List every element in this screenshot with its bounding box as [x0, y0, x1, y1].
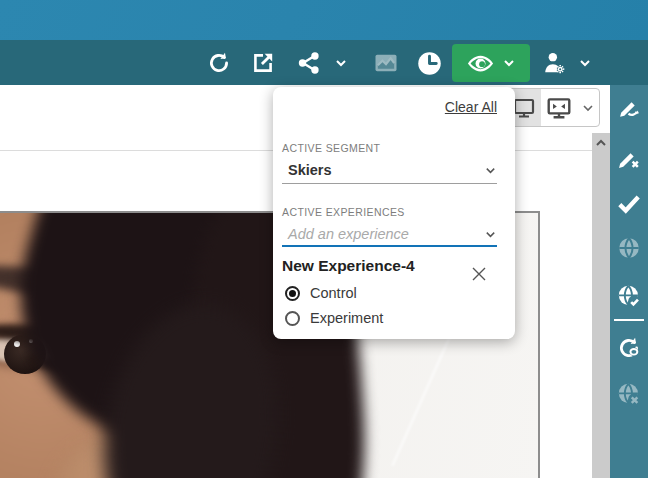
audience-chevron-down-icon[interactable]: [576, 54, 594, 72]
segment-underline: [282, 183, 497, 184]
segment-value: Skiers: [282, 162, 332, 178]
globe-x-icon: [610, 379, 648, 409]
preview-chevron-down-icon: [502, 56, 516, 70]
globe-check-icon[interactable]: [610, 281, 648, 311]
active-experiences-label: ACTIVE EXPERIENCES: [282, 206, 405, 218]
open-external-icon[interactable]: [248, 48, 278, 78]
segment-chevron-down-icon: [484, 164, 497, 177]
vertical-scrollbar[interactable]: [592, 133, 610, 478]
monitor-fit-width-icon[interactable]: [541, 89, 576, 126]
radio-option-experiment[interactable]: Experiment: [285, 309, 383, 327]
browser-top-bar: [0, 0, 648, 40]
share-icon[interactable]: [294, 48, 324, 78]
scroll-up-icon[interactable]: [592, 133, 610, 153]
preview-settings-panel: Clear All ACTIVE SEGMENT Skiers ACTIVE E…: [273, 87, 515, 339]
segment-select[interactable]: Skiers: [282, 159, 497, 181]
experience-select[interactable]: Add an experience: [282, 223, 497, 245]
clear-all-link[interactable]: Clear All: [445, 99, 497, 115]
sidebar-divider: [614, 319, 644, 321]
edit-remove-icon[interactable]: [610, 143, 648, 173]
share-chevron-down-icon[interactable]: [332, 54, 350, 72]
device-selector: [505, 88, 600, 127]
experience-name: New Experience-4: [282, 257, 415, 275]
edit-swoosh-icon[interactable]: [610, 93, 648, 123]
editor-sidebar: [610, 85, 648, 478]
app-window: Clear All ACTIVE SEGMENT Skiers ACTIVE E…: [0, 0, 648, 478]
eye-icon: [467, 50, 494, 77]
check-icon[interactable]: [610, 188, 648, 218]
preview-button[interactable]: [452, 44, 530, 82]
radio-option-control[interactable]: Control: [285, 284, 357, 302]
experience-placeholder: Add an experience: [282, 226, 409, 242]
chart-icon: [371, 48, 401, 78]
refresh-icon[interactable]: [204, 48, 234, 78]
active-segment-label: ACTIVE SEGMENT: [282, 142, 380, 154]
experience-chevron-down-icon: [484, 228, 497, 241]
radio-unselected-icon[interactable]: [285, 311, 300, 326]
radio-label: Control: [310, 285, 357, 301]
globe-icon: [610, 233, 648, 263]
device-chevron-down-icon[interactable]: [576, 89, 599, 126]
sync-icon[interactable]: [610, 333, 648, 363]
experience-underline: [282, 245, 497, 247]
clock-icon[interactable]: [414, 48, 444, 78]
close-icon[interactable]: [466, 261, 492, 287]
radio-label: Experiment: [310, 310, 383, 326]
radio-selected-icon[interactable]: [285, 286, 300, 301]
user-gear-icon[interactable]: [539, 48, 569, 78]
